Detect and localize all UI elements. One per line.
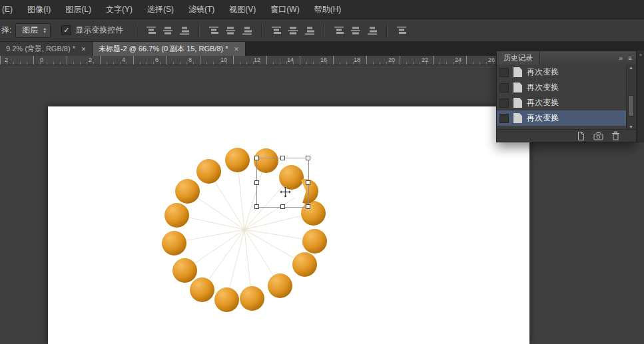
ruler-label: 16 bbox=[320, 57, 327, 63]
ruler-label: 22 bbox=[422, 57, 428, 63]
transform-handle[interactable] bbox=[254, 180, 259, 185]
history-brush-checkbox[interactable] bbox=[499, 114, 509, 123]
dropdown-down-icon: ▼ bbox=[43, 31, 47, 34]
distribute-right-edges-icon[interactable] bbox=[364, 23, 380, 38]
ruler-label: 24 bbox=[455, 57, 462, 63]
tab-close-icon[interactable]: × bbox=[234, 45, 239, 54]
move-cursor-icon bbox=[280, 186, 291, 200]
transform-handle[interactable] bbox=[306, 180, 310, 185]
menu-item-0[interactable]: (E) bbox=[0, 0, 20, 19]
transform-handle[interactable] bbox=[306, 204, 310, 209]
distribute-bottom-edges-icon[interactable] bbox=[301, 23, 318, 38]
ruler-label: 20 bbox=[388, 57, 395, 63]
tab-close-icon[interactable]: × bbox=[81, 45, 86, 54]
document-tab-0[interactable]: 9.2% (背景, RGB/8) *× bbox=[0, 42, 93, 56]
ruler-label: 14 bbox=[287, 57, 294, 63]
delete-state-icon[interactable] bbox=[611, 131, 620, 140]
dock-collapse-icon[interactable]: » bbox=[639, 53, 642, 57]
collapse-panel-icon[interactable]: » bbox=[619, 54, 623, 62]
scroll-up-icon[interactable]: ▲ bbox=[627, 65, 635, 70]
document-tab-1[interactable]: 未标题-2 @ 66.7% (0 副本 15, RGB/8) *× bbox=[93, 42, 246, 56]
scrollbar-thumb[interactable] bbox=[628, 95, 634, 116]
transform-handle[interactable] bbox=[306, 156, 310, 160]
history-scrollbar[interactable]: ▲ ▼ bbox=[626, 65, 635, 130]
align-bottom-edges-icon[interactable] bbox=[176, 23, 192, 38]
scroll-down-icon[interactable]: ▼ bbox=[627, 124, 635, 129]
panel-dock-strip[interactable]: » bbox=[637, 51, 644, 142]
menu-item-1[interactable]: 图像(I) bbox=[20, 0, 58, 19]
orange-sphere[interactable] bbox=[162, 231, 186, 256]
history-state-icon bbox=[513, 83, 522, 92]
menu-item-3[interactable]: 文字(Y) bbox=[99, 0, 140, 19]
distribute-vertical-centers-icon[interactable] bbox=[284, 23, 301, 38]
ruler-label: 8 bbox=[188, 57, 192, 63]
checkmark-icon: ✓ bbox=[63, 27, 69, 34]
separator bbox=[386, 23, 387, 38]
orange-sphere[interactable] bbox=[214, 287, 239, 312]
history-state-label: 再次变换 bbox=[527, 97, 559, 108]
history-panel-tab[interactable]: 历史记录 bbox=[497, 51, 540, 65]
history-panel-footer bbox=[497, 129, 636, 142]
menu-item-4[interactable]: 选择(S) bbox=[140, 0, 181, 19]
distribute-horizontal-centers-icon[interactable] bbox=[347, 23, 364, 38]
orange-sphere[interactable] bbox=[196, 159, 221, 184]
document-canvas[interactable] bbox=[48, 106, 529, 344]
history-state-row[interactable]: 再次变换 bbox=[497, 110, 626, 126]
menu-item-5[interactable]: 滤镜(T) bbox=[181, 0, 222, 19]
orange-sphere[interactable] bbox=[292, 252, 317, 277]
auto-select-dropdown[interactable]: 图层 ▲ ▼ bbox=[15, 23, 51, 38]
new-document-from-state-icon[interactable] bbox=[576, 131, 585, 141]
align-vertical-centers-icon[interactable] bbox=[159, 23, 176, 38]
separator bbox=[198, 23, 199, 38]
align-top-edges-icon[interactable] bbox=[143, 23, 159, 38]
orange-sphere[interactable] bbox=[172, 258, 197, 283]
tab-label: 9.2% (背景, RGB/8) * bbox=[6, 44, 75, 54]
history-state-label: 再次变换 bbox=[527, 112, 559, 124]
history-brush-checkbox[interactable] bbox=[499, 83, 509, 92]
orange-sphere[interactable] bbox=[240, 286, 264, 311]
align-horizontal-centers-icon[interactable] bbox=[222, 23, 238, 38]
orange-sphere[interactable] bbox=[302, 229, 327, 254]
menu-item-8[interactable]: 帮助(H) bbox=[307, 0, 349, 19]
ruler-label: 10 bbox=[220, 57, 227, 63]
align-right-edges-icon[interactable] bbox=[238, 23, 255, 38]
history-state-label: 再次变换 bbox=[527, 82, 559, 93]
menu-item-2[interactable]: 图层(L) bbox=[58, 0, 99, 19]
ruler-label: 6 bbox=[155, 57, 159, 63]
history-state-row[interactable]: 再次变换 bbox=[497, 65, 626, 80]
transform-handle[interactable] bbox=[280, 156, 285, 160]
history-state-row[interactable]: 再次变换 bbox=[497, 95, 626, 110]
orange-sphere[interactable] bbox=[225, 148, 250, 172]
auto-select-value: 图层 bbox=[22, 25, 38, 36]
orange-sphere[interactable] bbox=[175, 179, 200, 204]
transform-handle[interactable] bbox=[280, 204, 285, 209]
menu-item-6[interactable]: 视图(V) bbox=[222, 0, 263, 19]
photoshop-window: (E)图像(I)图层(L)文字(Y)选择(S)滤镜(T)视图(V)窗口(W)帮助… bbox=[0, 0, 644, 344]
ruler-label: 26 bbox=[488, 57, 495, 63]
separator bbox=[136, 23, 137, 38]
history-state-row[interactable]: 再次变换 bbox=[497, 80, 626, 95]
ruler-label: 4 bbox=[122, 57, 125, 63]
show-transform-checkbox[interactable]: ✓ bbox=[61, 25, 71, 35]
distribute-top-edges-icon[interactable] bbox=[268, 23, 284, 38]
history-brush-checkbox[interactable] bbox=[499, 68, 509, 77]
show-transform-controls-option[interactable]: ✓ 显示变换控件 bbox=[61, 25, 123, 36]
separator bbox=[261, 23, 262, 38]
history-brush-checkbox[interactable] bbox=[499, 98, 509, 108]
orange-sphere[interactable] bbox=[190, 277, 214, 302]
new-snapshot-icon[interactable] bbox=[593, 132, 603, 140]
orange-sphere[interactable] bbox=[268, 273, 292, 298]
distribute-left-edges-icon[interactable] bbox=[330, 23, 347, 38]
panel-menu-icon[interactable]: ≡ bbox=[628, 55, 632, 62]
menu-item-7[interactable]: 窗口(W) bbox=[263, 0, 306, 19]
history-state-icon bbox=[513, 98, 522, 108]
orange-sphere[interactable] bbox=[164, 203, 189, 228]
history-state-label: 再次变换 bbox=[527, 67, 559, 78]
ruler-label: 2 bbox=[89, 57, 92, 63]
align-left-edges-icon[interactable] bbox=[205, 23, 222, 38]
transform-handle[interactable] bbox=[254, 204, 259, 209]
options-bar: 择: 图层 ▲ ▼ ✓ 显示变换控件 bbox=[0, 19, 644, 42]
auto-align-layers-icon[interactable] bbox=[393, 23, 410, 38]
dropdown-arrows-icon[interactable]: ▲ ▼ bbox=[43, 27, 47, 34]
transform-handle[interactable] bbox=[254, 156, 259, 160]
